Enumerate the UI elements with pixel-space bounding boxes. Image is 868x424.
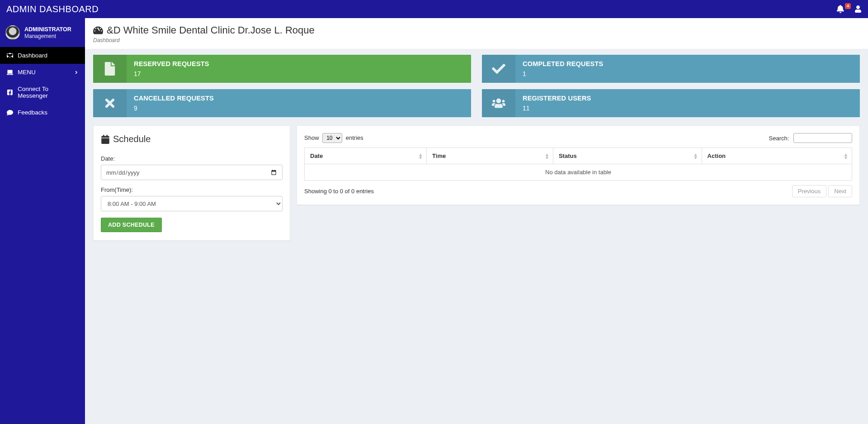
notification-badge: 4 bbox=[845, 3, 851, 9]
sidebar-item-label: Feedbacks bbox=[18, 109, 47, 116]
card-reserved-requests[interactable]: RESERVED REQUESTS 17 bbox=[93, 55, 471, 83]
sidebar-nav: Dashboard MENU Connect To Messenger Feed… bbox=[0, 47, 85, 121]
card-label: CANCELLED REQUESTS bbox=[134, 95, 464, 102]
card-value: 9 bbox=[134, 105, 464, 112]
prev-button[interactable]: Previous bbox=[792, 185, 827, 197]
panel-row: Schedule Date: From(Time): 8:00 AM - 9:0… bbox=[93, 125, 860, 241]
sort-icon: ▲▼ bbox=[693, 153, 698, 159]
top-header: ADMIN DASHBOARD 4 bbox=[0, 0, 868, 18]
card-completed-requests[interactable]: COMPLETED REQUESTS 1 bbox=[482, 55, 860, 83]
sidebar: ADMINISTRATOR Management Dashboard MENU … bbox=[0, 18, 85, 246]
info-cards-row2: CANCELLED REQUESTS 9 REGISTERED USERS 11 bbox=[93, 89, 860, 124]
users-icon bbox=[482, 89, 515, 117]
datatable: Date▲▼ Time▲▼ Status▲▼ Action▲▼ No data … bbox=[304, 148, 852, 181]
schedule-heading-text: Schedule bbox=[113, 134, 151, 144]
page-header: &D White Smile Dental Clinic Dr.Jose L. … bbox=[85, 18, 868, 49]
avatar bbox=[5, 25, 20, 40]
bell-icon bbox=[836, 5, 844, 13]
sidebar-item-menu[interactable]: MENU bbox=[0, 64, 85, 81]
tachometer-icon bbox=[93, 25, 103, 35]
user-panel: ADMINISTRATOR Management bbox=[0, 18, 85, 47]
sidebar-item-label: Dashboard bbox=[18, 52, 47, 59]
col-status[interactable]: Status▲▼ bbox=[553, 148, 702, 164]
chevron-right-icon bbox=[74, 70, 79, 75]
empty-row: No data available in table bbox=[305, 164, 852, 181]
next-button[interactable]: Next bbox=[828, 185, 852, 197]
time-select[interactable]: 8:00 AM - 9:00 AM bbox=[101, 196, 283, 211]
notifications-button[interactable]: 4 bbox=[836, 5, 844, 13]
col-date[interactable]: Date▲▼ bbox=[305, 148, 427, 164]
calendar-icon bbox=[101, 135, 110, 144]
card-cancelled-requests[interactable]: CANCELLED REQUESTS 9 bbox=[93, 89, 471, 117]
search-control: Search: bbox=[769, 133, 852, 143]
col-action[interactable]: Action▲▼ bbox=[702, 148, 852, 164]
sidebar-item-label: MENU bbox=[18, 69, 36, 76]
card-value: 11 bbox=[523, 105, 853, 112]
comment-icon bbox=[6, 109, 13, 116]
info-cards-row1: RESERVED REQUESTS 17 COMPLETED REQUESTS … bbox=[93, 55, 860, 89]
card-label: RESERVED REQUESTS bbox=[134, 60, 464, 67]
header-actions: 4 bbox=[836, 5, 862, 13]
panel-datatable: Show 10 entries Search: Date▲▼ Time▲▼ St… bbox=[297, 125, 860, 205]
schedule-heading: Schedule bbox=[101, 134, 283, 144]
sidebar-item-messenger[interactable]: Connect To Messenger bbox=[0, 81, 85, 104]
card-value: 17 bbox=[134, 70, 464, 77]
page-title-text: &D White Smile Dental Clinic Dr.Jose L. … bbox=[107, 24, 315, 36]
facebook-icon bbox=[6, 89, 13, 96]
sidebar-item-feedbacks[interactable]: Feedbacks bbox=[0, 104, 85, 121]
sort-icon: ▲▼ bbox=[545, 153, 549, 159]
label-time: From(Time): bbox=[101, 186, 283, 193]
sidebar-item-label: Connect To Messenger bbox=[18, 86, 79, 99]
user-panel-text: ADMINISTRATOR Management bbox=[24, 26, 71, 39]
sidebar-item-dashboard[interactable]: Dashboard bbox=[0, 47, 85, 64]
date-input[interactable] bbox=[101, 165, 283, 180]
sort-icon: ▲▼ bbox=[844, 153, 848, 159]
datatable-info: Showing 0 to 0 of 0 entries bbox=[304, 188, 374, 195]
user-name: ADMINISTRATOR bbox=[24, 26, 71, 33]
file-icon bbox=[93, 55, 127, 83]
card-value: 1 bbox=[523, 70, 853, 77]
content-body: RESERVED REQUESTS 17 COMPLETED REQUESTS … bbox=[85, 49, 868, 246]
page-title: &D White Smile Dental Clinic Dr.Jose L. … bbox=[93, 24, 860, 36]
breadcrumb: Dashboard bbox=[93, 37, 860, 43]
check-icon bbox=[482, 55, 515, 83]
dashboard-icon bbox=[6, 52, 13, 59]
datatable-footer: Showing 0 to 0 of 0 entries Previous Nex… bbox=[304, 185, 852, 197]
pagination: Previous Next bbox=[792, 185, 852, 197]
length-select[interactable]: 10 bbox=[322, 133, 342, 143]
laptop-icon bbox=[6, 69, 13, 76]
user-role: Management bbox=[24, 33, 71, 39]
card-label: REGISTERED USERS bbox=[523, 95, 853, 102]
length-control: Show 10 entries bbox=[304, 133, 363, 143]
card-registered-users[interactable]: REGISTERED USERS 11 bbox=[482, 89, 860, 117]
main-content: &D White Smile Dental Clinic Dr.Jose L. … bbox=[85, 18, 868, 246]
sort-icon: ▲▼ bbox=[418, 153, 423, 159]
datatable-toolbar: Show 10 entries Search: bbox=[304, 133, 852, 143]
times-icon bbox=[93, 89, 127, 117]
label-date: Date: bbox=[101, 155, 283, 162]
brand-title[interactable]: ADMIN DASHBOARD bbox=[6, 4, 99, 14]
user-icon[interactable] bbox=[854, 5, 862, 13]
search-input[interactable] bbox=[793, 133, 852, 143]
add-schedule-button[interactable]: ADD SCHEDULE bbox=[101, 218, 162, 232]
card-label: COMPLETED REQUESTS bbox=[523, 60, 853, 67]
panel-schedule: Schedule Date: From(Time): 8:00 AM - 9:0… bbox=[93, 125, 290, 241]
col-time[interactable]: Time▲▼ bbox=[427, 148, 553, 164]
